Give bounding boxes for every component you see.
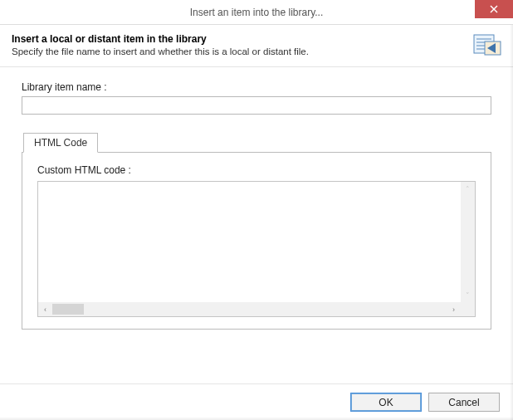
- header-title: Insert a local or distant item in the li…: [12, 33, 501, 45]
- window-title: Insert an item into the library...: [190, 7, 324, 18]
- scroll-right-icon[interactable]: ›: [447, 302, 461, 316]
- footer: OK Cancel: [0, 383, 513, 420]
- code-box: ˄ ˅ ‹ ›: [37, 181, 476, 317]
- scroll-up-icon: ˄: [461, 182, 475, 196]
- ok-button[interactable]: OK: [350, 393, 422, 412]
- scroll-corner: [461, 302, 475, 316]
- titlebar: Insert an item into the library...: [0, 0, 513, 25]
- horizontal-scroll-thumb[interactable]: [52, 304, 84, 315]
- header-panel: Insert a local or distant item in the li…: [0, 25, 513, 67]
- cancel-button[interactable]: Cancel: [428, 393, 500, 412]
- scroll-down-icon: ˅: [461, 288, 475, 302]
- custom-html-label: Custom HTML code :: [37, 164, 476, 176]
- tab-html-code[interactable]: HTML Code: [23, 133, 98, 153]
- tab-container: HTML Code Custom HTML code : ˄ ˅ ‹ ›: [22, 133, 491, 330]
- header-subtitle: Specify the file name to insert and whet…: [12, 46, 501, 56]
- close-icon: [490, 5, 498, 13]
- tab-panel: Custom HTML code : ˄ ˅ ‹ ›: [22, 152, 491, 330]
- close-button[interactable]: [475, 0, 513, 18]
- tab-label-text: HTML Code: [34, 137, 87, 149]
- library-item-label: Library item name :: [22, 81, 491, 93]
- library-item-input[interactable]: [22, 96, 491, 115]
- scroll-left-icon[interactable]: ‹: [38, 302, 52, 316]
- vertical-scrollbar[interactable]: ˄ ˅: [461, 182, 475, 302]
- library-icon: [473, 32, 501, 59]
- body-panel: Library item name : HTML Code Custom HTM…: [0, 67, 513, 338]
- custom-html-textarea[interactable]: [38, 182, 461, 302]
- horizontal-scrollbar[interactable]: ‹ ›: [38, 302, 461, 316]
